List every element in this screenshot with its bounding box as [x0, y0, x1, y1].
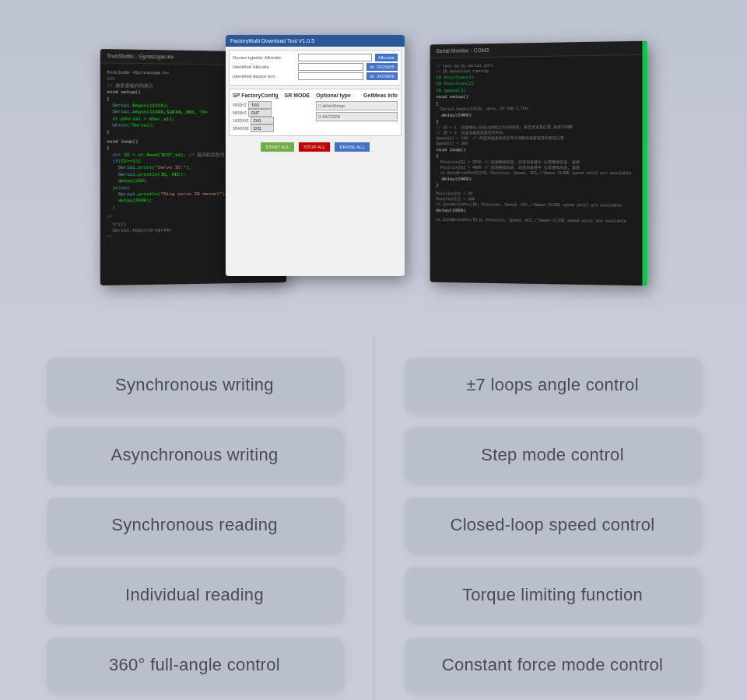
start-all-button[interactable]: START ALL — [261, 142, 294, 152]
allocate-button[interactable]: Allocate — [375, 54, 398, 61]
force-mode-label: Constant force mode control — [442, 655, 663, 675]
force-mode-card[interactable]: Constant force mode control — [405, 638, 700, 692]
speed-control-card[interactable]: Closed-loop speed control — [405, 498, 700, 552]
device-section: Device type/id: Allocate Allocate Identi… — [229, 50, 402, 86]
torque-limit-card[interactable]: Torque limiting function — [405, 568, 700, 622]
com-input[interactable] — [298, 72, 363, 80]
speed-control-label: Closed-loop speed control — [450, 515, 654, 535]
async-writing-label: Asynchronous writing — [110, 445, 278, 465]
angle-control-card[interactable]: ±7 loops angle control — [405, 358, 700, 412]
stop-all-button[interactable]: STOP ALL — [299, 142, 330, 152]
dialog-body: Device type/id: Allocate Allocate Identi… — [226, 47, 405, 158]
right-title: Serial Monitor - COM3 — [436, 47, 489, 54]
code-right: // test id by serial port // ID detectio… — [430, 55, 647, 231]
erase-all-button[interactable]: ERASE ALL — [335, 142, 369, 152]
screenshots-section: TrueStudio - Gyroscope.ino #include <Gyr… — [0, 0, 747, 334]
individual-reading-card[interactable]: Individual reading — [47, 568, 342, 622]
config-title: SP FactoryConfig — [233, 93, 279, 98]
id-button[interactable]: Id: 2415680 — [366, 63, 398, 71]
green-accent-bar — [642, 41, 647, 286]
right-screenshot: Serial Monitor - COM3 // test id by seri… — [430, 41, 647, 286]
checkbox-item-1[interactable]: ☐ allAdvStrings — [316, 101, 398, 110]
mode-title: SR MODE — [285, 93, 310, 98]
dialog-titlebar: FactoryMulti Download Tool V1.0.5 — [226, 35, 405, 47]
step-mode-card[interactable]: Step mode control — [405, 428, 700, 482]
torque-limit-label: Torque limiting function — [462, 585, 643, 605]
checkbox-item-2[interactable]: ☑ FACTEDS — [316, 112, 398, 121]
full-angle-card[interactable]: 360° full-angle control — [47, 638, 342, 692]
sync-reading-label: Synchronous reading — [111, 515, 278, 535]
async-writing-card[interactable]: Asynchronous writing — [47, 428, 342, 482]
left-title: TrueStudio - Gyroscope.ino — [107, 53, 174, 59]
sync-reading-card[interactable]: Synchronous reading — [47, 498, 342, 552]
options-title: Optional type — [316, 93, 351, 98]
sync-writing-label: Synchronous writing — [115, 375, 274, 395]
dialog-title: FactoryMulti Download Tool V1.0.5 — [230, 38, 314, 44]
screenshots-container: TrueStudio - Gyroscope.ino #include <Gyr… — [101, 35, 646, 315]
config-section: SP FactoryConfig SR MODE Optional type G… — [229, 89, 402, 136]
step-mode-label: Step mode control — [481, 445, 624, 465]
action-buttons: START ALL STOP ALL ERASE ALL — [229, 139, 402, 155]
device-input[interactable] — [298, 54, 372, 61]
sync-writing-card[interactable]: Synchronous writing — [47, 358, 342, 412]
master-label: Identified Allocate — [233, 65, 295, 69]
master-input[interactable] — [298, 63, 363, 71]
full-angle-label: 360° full-angle control — [109, 655, 280, 675]
individual-reading-label: Individual reading — [125, 585, 264, 605]
center-screenshot: FactoryMulti Download Tool V1.0.5 Device… — [226, 35, 405, 276]
device-box-button[interactable]: Id: 3415680 — [366, 72, 398, 80]
vertical-divider — [374, 334, 374, 700]
com-label: Identified device box — [233, 74, 295, 79]
getmeas-title: GetMeas Info — [363, 93, 398, 98]
angle-control-label: ±7 loops angle control — [466, 375, 639, 395]
device-label: Device type/id: Allocate — [233, 55, 295, 60]
